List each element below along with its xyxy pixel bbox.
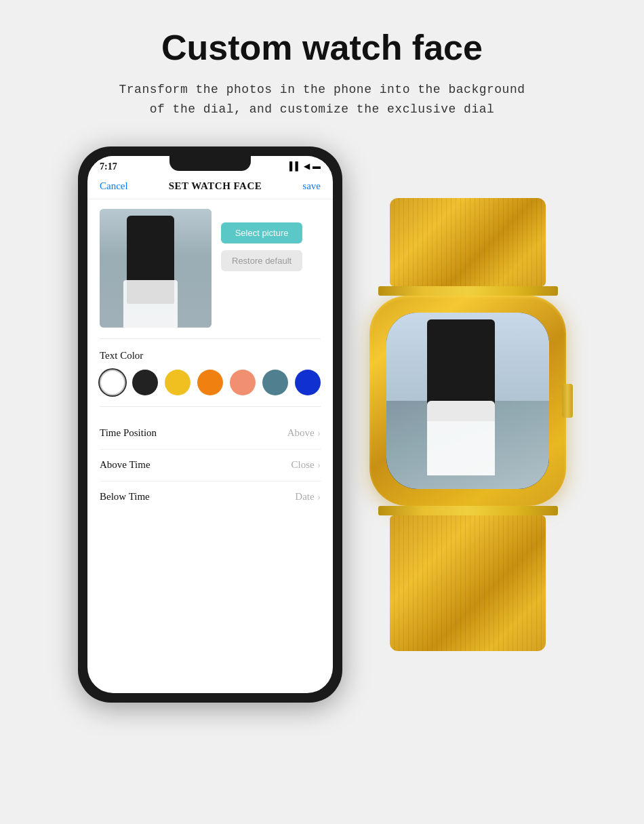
save-button[interactable]: save [302,180,321,192]
status-time: 7:17 [100,161,117,172]
cancel-button[interactable]: Cancel [100,180,128,192]
wifi-icon: ◀ [304,161,310,172]
notch [169,156,251,171]
restore-default-button[interactable]: Restore default [221,250,302,271]
above-time-label: Above Time [100,459,150,471]
status-bar: 7:17 ▌▌ ◀ ▬ [87,156,333,175]
select-picture-button[interactable]: Select picture [221,222,302,243]
signal-icon: ▌▌ [289,161,301,172]
phone-mockup: 7:17 ▌▌ ◀ ▬ Cancel SET WATCH FACE save [78,146,342,703]
status-icons: ▌▌ ◀ ▬ [289,161,321,172]
color-black[interactable] [132,370,158,395]
text-color-section: Text Color [100,350,321,395]
setting-below-time[interactable]: Below Time Date › [100,482,321,513]
band-connector-top [378,286,558,296]
chevron-icon: › [317,427,321,439]
band-connector-bottom [378,506,558,515]
color-peach[interactable] [230,370,256,395]
divider-2 [100,406,321,407]
time-position-label: Time Position [100,427,157,439]
watch-person-body [427,401,495,475]
below-time-value: Date › [295,491,321,503]
photo-preview [100,209,212,328]
setting-above-time[interactable]: Above Time Close › [100,450,321,482]
app-content: Select picture Restore default Text Colo… [87,199,333,693]
setting-time-position[interactable]: Time Position Above › [100,418,321,450]
watch-crown [562,384,573,418]
watch-band-top [390,198,546,286]
battery-icon: ▬ [313,161,321,172]
watch-band-bottom [390,515,546,651]
photo-section: Select picture Restore default [100,209,321,328]
above-time-value: Close › [291,459,321,471]
smartwatch-mockup [369,198,566,651]
phone-screen: 7:17 ▌▌ ◀ ▬ Cancel SET WATCH FACE save [87,156,333,693]
color-white[interactable] [100,370,125,395]
watch-screen [386,313,549,489]
devices-row: 7:17 ▌▌ ◀ ▬ Cancel SET WATCH FACE save [14,146,630,703]
photo-buttons: Select picture Restore default [221,222,302,271]
screen-title: SET WATCH FACE [169,180,262,192]
page-subtitle: Transform the photos in the phone into t… [119,80,525,119]
chevron-icon: › [317,459,321,471]
settings-list: Time Position Above › Above Time Close › [100,418,321,513]
color-circles [100,370,321,395]
text-color-label: Text Color [100,350,321,361]
color-yellow[interactable] [165,370,190,395]
watch-body [369,296,566,506]
chevron-icon: › [317,491,321,503]
below-time-label: Below Time [100,491,150,503]
color-blue[interactable] [295,370,321,395]
watch-screen-content [386,313,549,489]
page-title: Custom watch face [161,27,483,68]
color-teal[interactable] [262,370,288,395]
app-header: Cancel SET WATCH FACE save [87,175,333,199]
time-position-value: Above › [287,427,321,439]
color-orange[interactable] [197,370,223,395]
divider-1 [100,338,321,339]
